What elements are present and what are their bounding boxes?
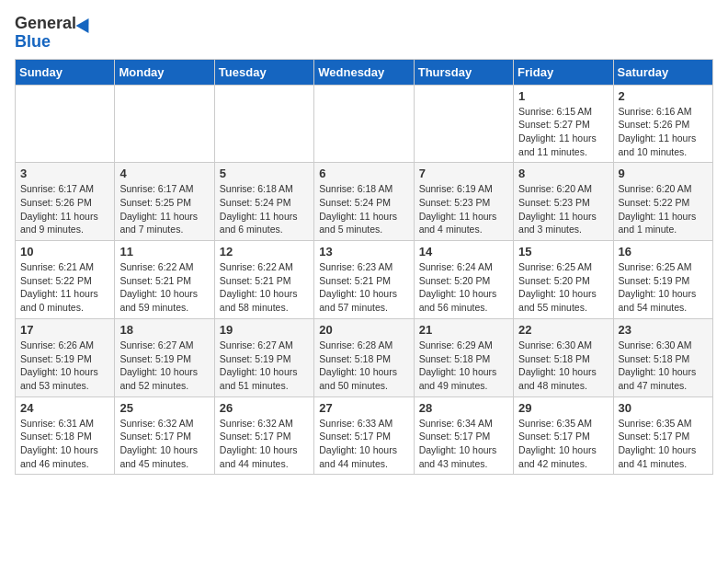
- day-info: Sunrise: 6:24 AM Sunset: 5:20 PM Dayligh…: [419, 260, 508, 315]
- day-info: Sunrise: 6:26 AM Sunset: 5:19 PM Dayligh…: [20, 339, 109, 393]
- calendar-cell: 10Sunrise: 6:21 AM Sunset: 5:22 PM Dayli…: [16, 241, 115, 319]
- day-of-week-header: Saturday: [613, 59, 712, 85]
- day-of-week-header: Wednesday: [314, 59, 414, 85]
- calendar-cell: 14Sunrise: 6:24 AM Sunset: 5:20 PM Dayli…: [414, 241, 513, 319]
- day-info: Sunrise: 6:22 AM Sunset: 5:21 PM Dayligh…: [119, 260, 209, 315]
- day-number: 2: [619, 89, 708, 103]
- day-number: 26: [220, 401, 309, 415]
- calendar-cell: 3Sunrise: 6:17 AM Sunset: 5:26 PM Daylig…: [16, 163, 115, 241]
- calendar-cell: 13Sunrise: 6:23 AM Sunset: 5:21 PM Dayli…: [314, 241, 414, 319]
- day-number: 9: [619, 167, 708, 180]
- calendar-cell: 5Sunrise: 6:18 AM Sunset: 5:24 PM Daylig…: [214, 163, 313, 241]
- calendar-cell: 1Sunrise: 6:15 AM Sunset: 5:27 PM Daylig…: [514, 85, 613, 163]
- day-info: Sunrise: 6:32 AM Sunset: 5:17 PM Dayligh…: [220, 417, 309, 471]
- logo: General Blue: [15, 15, 93, 52]
- calendar-cell: 6Sunrise: 6:18 AM Sunset: 5:24 PM Daylig…: [314, 163, 414, 241]
- day-info: Sunrise: 6:34 AM Sunset: 5:17 PM Dayligh…: [419, 417, 508, 471]
- day-number: 14: [419, 245, 508, 259]
- day-number: 16: [619, 245, 708, 259]
- day-info: Sunrise: 6:27 AM Sunset: 5:19 PM Dayligh…: [220, 339, 309, 393]
- calendar-cell: 12Sunrise: 6:22 AM Sunset: 5:21 PM Dayli…: [214, 241, 313, 319]
- calendar-cell: 23Sunrise: 6:30 AM Sunset: 5:18 PM Dayli…: [613, 318, 712, 396]
- calendar-cell: 4Sunrise: 6:17 AM Sunset: 5:25 PM Daylig…: [115, 163, 214, 241]
- day-info: Sunrise: 6:30 AM Sunset: 5:18 PM Dayligh…: [619, 339, 708, 393]
- day-number: 4: [119, 167, 209, 180]
- calendar-cell: 8Sunrise: 6:20 AM Sunset: 5:23 PM Daylig…: [514, 163, 613, 241]
- day-number: 17: [20, 323, 109, 337]
- day-info: Sunrise: 6:29 AM Sunset: 5:18 PM Dayligh…: [419, 339, 508, 393]
- calendar-cell: 21Sunrise: 6:29 AM Sunset: 5:18 PM Dayli…: [414, 318, 513, 396]
- day-of-week-header: Sunday: [16, 59, 115, 85]
- day-number: 7: [419, 167, 508, 180]
- day-info: Sunrise: 6:27 AM Sunset: 5:19 PM Dayligh…: [119, 339, 209, 393]
- calendar-cell: [414, 85, 513, 163]
- calendar-table: SundayMondayTuesdayWednesdayThursdayFrid…: [15, 59, 713, 476]
- day-info: Sunrise: 6:25 AM Sunset: 5:20 PM Dayligh…: [518, 260, 608, 315]
- day-number: 21: [419, 323, 508, 337]
- day-number: 22: [518, 323, 608, 337]
- day-info: Sunrise: 6:21 AM Sunset: 5:22 PM Dayligh…: [20, 260, 109, 315]
- calendar-cell: [314, 85, 414, 163]
- day-info: Sunrise: 6:16 AM Sunset: 5:26 PM Dayligh…: [619, 105, 708, 159]
- day-info: Sunrise: 6:30 AM Sunset: 5:18 PM Dayligh…: [518, 339, 608, 393]
- calendar-cell: 15Sunrise: 6:25 AM Sunset: 5:20 PM Dayli…: [514, 241, 613, 319]
- day-number: 11: [119, 245, 209, 259]
- calendar-cell: 27Sunrise: 6:33 AM Sunset: 5:17 PM Dayli…: [314, 396, 414, 475]
- day-number: 27: [319, 401, 408, 415]
- logo-text-blue: Blue: [15, 33, 51, 52]
- calendar-week-row: 24Sunrise: 6:31 AM Sunset: 5:18 PM Dayli…: [16, 396, 713, 475]
- calendar-cell: 26Sunrise: 6:32 AM Sunset: 5:17 PM Dayli…: [214, 396, 313, 475]
- logo-triangle-icon: [76, 15, 96, 33]
- calendar-cell: 16Sunrise: 6:25 AM Sunset: 5:19 PM Dayli…: [613, 241, 712, 319]
- day-number: 10: [20, 245, 109, 259]
- day-number: 28: [419, 401, 508, 415]
- day-info: Sunrise: 6:22 AM Sunset: 5:21 PM Dayligh…: [220, 260, 309, 315]
- day-info: Sunrise: 6:35 AM Sunset: 5:17 PM Dayligh…: [518, 417, 608, 471]
- day-info: Sunrise: 6:15 AM Sunset: 5:27 PM Dayligh…: [518, 105, 608, 159]
- page-header: General Blue: [15, 15, 713, 52]
- day-number: 29: [518, 401, 608, 415]
- calendar-cell: 28Sunrise: 6:34 AM Sunset: 5:17 PM Dayli…: [414, 396, 513, 475]
- day-info: Sunrise: 6:18 AM Sunset: 5:24 PM Dayligh…: [220, 182, 309, 236]
- day-number: 8: [518, 167, 608, 180]
- day-number: 13: [319, 245, 408, 259]
- calendar-cell: 18Sunrise: 6:27 AM Sunset: 5:19 PM Dayli…: [115, 318, 214, 396]
- calendar-week-row: 3Sunrise: 6:17 AM Sunset: 5:26 PM Daylig…: [16, 163, 713, 241]
- calendar-header-row: SundayMondayTuesdayWednesdayThursdayFrid…: [16, 59, 713, 85]
- day-info: Sunrise: 6:20 AM Sunset: 5:23 PM Dayligh…: [518, 182, 608, 236]
- calendar-cell: 30Sunrise: 6:35 AM Sunset: 5:17 PM Dayli…: [613, 396, 712, 475]
- calendar-cell: 2Sunrise: 6:16 AM Sunset: 5:26 PM Daylig…: [613, 85, 712, 163]
- calendar-week-row: 1Sunrise: 6:15 AM Sunset: 5:27 PM Daylig…: [16, 85, 713, 163]
- day-info: Sunrise: 6:19 AM Sunset: 5:23 PM Dayligh…: [419, 182, 508, 236]
- day-of-week-header: Tuesday: [214, 59, 313, 85]
- day-info: Sunrise: 6:18 AM Sunset: 5:24 PM Dayligh…: [319, 182, 408, 236]
- day-number: 5: [220, 167, 309, 180]
- day-info: Sunrise: 6:31 AM Sunset: 5:18 PM Dayligh…: [20, 417, 109, 471]
- calendar-cell: 9Sunrise: 6:20 AM Sunset: 5:22 PM Daylig…: [613, 163, 712, 241]
- day-info: Sunrise: 6:33 AM Sunset: 5:17 PM Dayligh…: [319, 417, 408, 471]
- day-number: 12: [220, 245, 309, 259]
- day-of-week-header: Friday: [514, 59, 613, 85]
- calendar-cell: [115, 85, 214, 163]
- calendar-cell: 29Sunrise: 6:35 AM Sunset: 5:17 PM Dayli…: [514, 396, 613, 475]
- day-number: 15: [518, 245, 608, 259]
- logo-text-general: General: [15, 15, 76, 33]
- day-number: 6: [319, 167, 408, 180]
- calendar-week-row: 10Sunrise: 6:21 AM Sunset: 5:22 PM Dayli…: [16, 241, 713, 319]
- calendar-cell: 17Sunrise: 6:26 AM Sunset: 5:19 PM Dayli…: [16, 318, 115, 396]
- day-of-week-header: Thursday: [414, 59, 513, 85]
- day-number: 18: [119, 323, 209, 337]
- day-info: Sunrise: 6:17 AM Sunset: 5:25 PM Dayligh…: [119, 182, 209, 236]
- day-info: Sunrise: 6:23 AM Sunset: 5:21 PM Dayligh…: [319, 260, 408, 315]
- calendar-cell: 20Sunrise: 6:28 AM Sunset: 5:18 PM Dayli…: [314, 318, 414, 396]
- day-number: 3: [20, 167, 109, 180]
- calendar-cell: 11Sunrise: 6:22 AM Sunset: 5:21 PM Dayli…: [115, 241, 214, 319]
- day-info: Sunrise: 6:17 AM Sunset: 5:26 PM Dayligh…: [20, 182, 109, 236]
- day-info: Sunrise: 6:28 AM Sunset: 5:18 PM Dayligh…: [319, 339, 408, 393]
- calendar-cell: 19Sunrise: 6:27 AM Sunset: 5:19 PM Dayli…: [214, 318, 313, 396]
- day-number: 23: [619, 323, 708, 337]
- day-info: Sunrise: 6:20 AM Sunset: 5:22 PM Dayligh…: [619, 182, 708, 236]
- calendar-cell: 22Sunrise: 6:30 AM Sunset: 5:18 PM Dayli…: [514, 318, 613, 396]
- day-info: Sunrise: 6:25 AM Sunset: 5:19 PM Dayligh…: [619, 260, 708, 315]
- calendar-cell: [16, 85, 115, 163]
